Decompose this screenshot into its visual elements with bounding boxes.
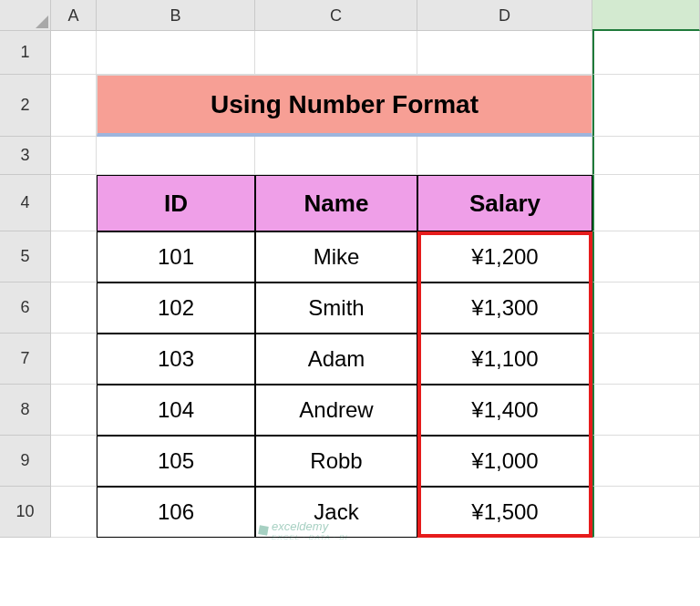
table-cell-salary[interactable]: ¥1,200 [417,231,592,282]
cell-A10[interactable] [51,487,97,538]
table-header-id[interactable]: ID [97,175,255,231]
row-header-3[interactable]: 3 [0,137,51,175]
cell-A8[interactable] [51,385,97,436]
cell-E2[interactable] [592,75,700,137]
cell-C3[interactable] [255,137,417,175]
cell-C1[interactable] [255,31,417,75]
row-header-1[interactable]: 1 [0,31,51,75]
table-cell-name[interactable]: Jack [255,487,417,538]
table-cell-name[interactable]: Adam [255,334,417,385]
row-header-5[interactable]: 5 [0,231,51,282]
table-cell-id[interactable]: 102 [97,282,255,334]
cell-E6[interactable] [592,282,700,334]
row-header-6[interactable]: 6 [0,282,51,334]
cell-E3[interactable] [592,137,700,175]
cell-E7[interactable] [592,334,700,385]
cell-B3[interactable] [97,137,255,175]
select-all-corner[interactable] [0,0,51,31]
table-header-salary[interactable]: Salary [417,175,592,231]
table-cell-salary[interactable]: ¥1,300 [417,282,592,334]
table-cell-id[interactable]: 103 [97,334,255,385]
row-header-10[interactable]: 10 [0,487,51,538]
table-cell-id[interactable]: 106 [97,487,255,538]
column-header-D[interactable]: D [417,0,592,31]
table-cell-salary[interactable]: ¥1,500 [417,487,592,538]
column-header-A[interactable]: A [51,0,97,31]
column-header-C[interactable]: C [255,0,417,31]
svg-marker-0 [36,15,48,28]
cell-D1[interactable] [417,31,592,75]
cell-A7[interactable] [51,334,97,385]
table-cell-id[interactable]: 105 [97,436,255,487]
cell-B1[interactable] [97,31,255,75]
table-cell-id[interactable]: 101 [97,231,255,282]
cell-A9[interactable] [51,436,97,487]
cell-A3[interactable] [51,137,97,175]
cell-A2[interactable] [51,75,97,137]
row-header-9[interactable]: 9 [0,436,51,487]
cell-E8[interactable] [592,385,700,436]
table-cell-name[interactable]: Andrew [255,385,417,436]
cell-D3[interactable] [417,137,592,175]
column-header-B[interactable]: B [97,0,255,31]
title-cell[interactable]: Using Number Format [97,75,592,137]
table-cell-name[interactable]: Mike [255,231,417,282]
table-cell-salary[interactable]: ¥1,100 [417,334,592,385]
select-all-triangle-icon [36,15,48,28]
row-header-4[interactable]: 4 [0,175,51,231]
table-cell-id[interactable]: 104 [97,385,255,436]
cell-A5[interactable] [51,231,97,282]
row-header-2[interactable]: 2 [0,75,51,137]
table-cell-salary[interactable]: ¥1,000 [417,436,592,487]
cell-A6[interactable] [51,282,97,334]
cell-E1[interactable] [592,31,700,75]
table-cell-name[interactable]: Smith [255,282,417,334]
cell-A1[interactable] [51,31,97,75]
cell-E5[interactable] [592,231,700,282]
row-header-7[interactable]: 7 [0,334,51,385]
column-header-next[interactable] [592,0,700,31]
spreadsheet-grid: A B C D 1 2 Using Number Format 3 4 ID N… [0,0,700,538]
table-cell-salary[interactable]: ¥1,400 [417,385,592,436]
cell-E10[interactable] [592,487,700,538]
cell-A4[interactable] [51,175,97,231]
cell-E9[interactable] [592,436,700,487]
table-cell-name[interactable]: Robb [255,436,417,487]
cell-E4[interactable] [592,175,700,231]
table-header-name[interactable]: Name [255,175,417,231]
row-header-8[interactable]: 8 [0,385,51,436]
